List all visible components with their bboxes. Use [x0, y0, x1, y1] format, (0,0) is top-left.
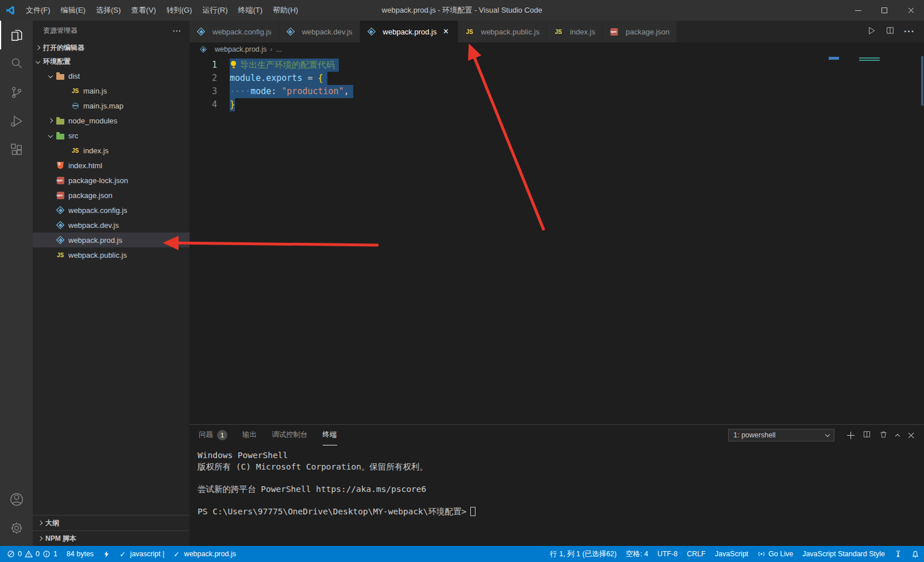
editor-more-actions-icon[interactable]: [904, 26, 915, 37]
section-workspace[interactable]: 环境配置: [33, 55, 190, 68]
problems-status[interactable]: 0 0 1: [2, 546, 62, 562]
settings-button[interactable]: [0, 514, 33, 542]
terminal-selector-dropdown[interactable]: 1: powershell: [728, 429, 834, 441]
section-open-editors[interactable]: 打开的编辑器: [33, 41, 190, 55]
menu-run[interactable]: 运行(R): [197, 0, 233, 21]
split-editor-button[interactable]: [886, 26, 895, 37]
activity-explorer-button[interactable]: [0, 21, 33, 49]
chevron-down-icon: [48, 73, 53, 78]
tree-item-index-js[interactable]: index.js: [33, 143, 190, 158]
tab-webpack-prod-js[interactable]: webpack.prod.js: [360, 21, 458, 42]
panel-tabs: 问题 1 输出 调试控制台 终端: [199, 425, 337, 445]
panel-tab-debug-console[interactable]: 调试控制台: [272, 425, 308, 445]
lightning-status[interactable]: [98, 546, 115, 562]
line-number[interactable]: 2: [190, 72, 217, 85]
line-number-gutter[interactable]: 1 2 3 4: [190, 59, 217, 424]
editor-tab-bar: webpack.config.js webpack.dev.js webpack…: [190, 21, 924, 42]
tree-item-node-modules[interactable]: node_modules: [33, 113, 190, 128]
minimap-code-mark[interactable]: [859, 57, 880, 62]
activity-extensions-button[interactable]: [0, 135, 33, 164]
info-icon: [42, 550, 51, 558]
panel-tab-problems[interactable]: 问题 1: [199, 425, 227, 445]
bell-icon: [911, 550, 919, 559]
section-outline[interactable]: 大纲: [33, 515, 190, 530]
line-number[interactable]: 4: [190, 98, 217, 111]
vscode-window: 文件(F) 编辑(E) 选择(S) 查看(V) 转到(G) 运行(R) 终端(T…: [0, 0, 924, 562]
js-file-icon: [71, 146, 80, 155]
activity-search-button[interactable]: [0, 49, 33, 78]
sidebar-more-actions-icon[interactable]: [173, 27, 181, 35]
tab-webpack-public-js[interactable]: webpack.public.js: [458, 21, 547, 42]
encoding-status[interactable]: UTF-8: [653, 546, 682, 562]
breadcrumb-separator-icon: [270, 45, 272, 53]
file-size-status[interactable]: 84 bytes: [62, 546, 98, 562]
notifications-button[interactable]: [907, 546, 924, 562]
activity-source-control-button[interactable]: [0, 78, 33, 107]
activity-run-debug-button[interactable]: [0, 107, 33, 135]
panel-tab-terminal[interactable]: 终端: [323, 425, 337, 445]
minimize-button[interactable]: [845, 0, 871, 21]
standard-lint-language-status[interactable]: javascript |: [115, 546, 169, 562]
status-bar-right: 行 1, 列 1 (已选择62) 空格: 4 UTF-8 CRLF JavaSc…: [546, 546, 924, 562]
menu-edit[interactable]: 编辑(E): [56, 0, 91, 21]
tree-item-webpack-dev-js[interactable]: webpack.dev.js: [33, 218, 190, 232]
tab-package-json[interactable]: package.json: [602, 21, 677, 42]
panel-tab-output[interactable]: 输出: [242, 425, 257, 445]
tree-item-package-lock-json[interactable]: package-lock.json: [33, 173, 190, 188]
tree-item-src[interactable]: src: [33, 128, 190, 143]
standard-lint-file-status[interactable]: webpack.prod.js: [169, 546, 241, 562]
tab-index-js[interactable]: index.js: [547, 21, 602, 42]
language-mode-status[interactable]: JavaScript: [710, 546, 753, 562]
tab-webpack-config-js[interactable]: webpack.config.js: [190, 21, 279, 42]
tree-item-webpack-config-js[interactable]: webpack.config.js: [33, 203, 190, 218]
code-area[interactable]: 导出生产环境的配置代码 module.exports = { ····mode:…: [217, 59, 924, 424]
line-number[interactable]: 1: [190, 59, 217, 72]
split-terminal-button[interactable]: [863, 430, 871, 441]
go-live-button[interactable]: Go Live: [753, 546, 798, 562]
tree-item-webpack-prod-js[interactable]: webpack.prod.js: [33, 232, 190, 247]
sidebar-title: 资源管理器: [43, 26, 78, 36]
maximize-button[interactable]: [871, 0, 898, 21]
terminal-output[interactable]: Windows PowerShell 版权所有 (C) Microsoft Co…: [190, 445, 924, 546]
status-bar: 0 0 1 84 bytes javascript | webpack.prod…: [0, 546, 924, 562]
editor-group: webpack.config.js webpack.dev.js webpack…: [190, 21, 924, 546]
breadcrumb-more[interactable]: ...: [276, 45, 282, 53]
menu-terminal[interactable]: 终端(T): [233, 0, 268, 21]
line-number[interactable]: 3: [190, 85, 217, 98]
tree-item-webpack-public-js[interactable]: webpack.public.js: [33, 247, 190, 262]
code-editor[interactable]: 1 2 3 4 导出生产环境的配置代码 module.exports = { ·…: [190, 56, 924, 424]
menu-help[interactable]: 帮助(H): [268, 0, 303, 21]
tree-item-index-html[interactable]: index.html: [33, 158, 190, 173]
run-code-button[interactable]: [867, 26, 876, 38]
close-tab-icon[interactable]: [442, 27, 451, 36]
eol-status[interactable]: CRLF: [682, 546, 710, 562]
kill-terminal-button[interactable]: [879, 430, 888, 441]
breadcrumb-file[interactable]: webpack.prod.js: [215, 45, 266, 53]
indentation-status[interactable]: 空格: 4: [621, 546, 653, 562]
tree-item-main-js[interactable]: main.js: [33, 83, 190, 98]
menu-goto[interactable]: 转到(G): [161, 0, 198, 21]
lightbulb-icon[interactable]: [230, 61, 237, 69]
chevron-right-icon: [48, 118, 53, 123]
panel-header: 问题 1 输出 调试控制台 终端 1: powershell: [190, 425, 924, 445]
cursor-position-status[interactable]: 行 1, 列 1 (已选择62): [546, 546, 621, 562]
tab-webpack-dev-js[interactable]: webpack.dev.js: [279, 21, 360, 42]
close-window-button[interactable]: [898, 0, 924, 21]
chevron-up-icon: [895, 434, 900, 439]
new-terminal-button[interactable]: [847, 432, 855, 439]
broadcast-tower-button[interactable]: [890, 546, 907, 562]
account-button[interactable]: [0, 485, 33, 514]
tree-item-dist[interactable]: dist: [33, 68, 190, 83]
close-panel-button[interactable]: [907, 432, 915, 439]
js-file-icon: [71, 86, 80, 95]
menu-view[interactable]: 查看(V): [126, 0, 161, 21]
menu-file[interactable]: 文件(F): [21, 0, 56, 21]
tree-item-main-js-map[interactable]: main.js.map: [33, 98, 190, 113]
minimap-selection-mark[interactable]: [829, 57, 839, 60]
js-standard-style-status[interactable]: JavaScript Standard Style: [798, 546, 890, 562]
maximize-panel-button[interactable]: [896, 430, 899, 440]
menu-selection[interactable]: 选择(S): [91, 0, 126, 21]
tree-item-package-json[interactable]: package.json: [33, 188, 190, 203]
section-npm-scripts[interactable]: NPM 脚本: [33, 530, 190, 546]
sidebar-header: 资源管理器: [33, 21, 190, 41]
